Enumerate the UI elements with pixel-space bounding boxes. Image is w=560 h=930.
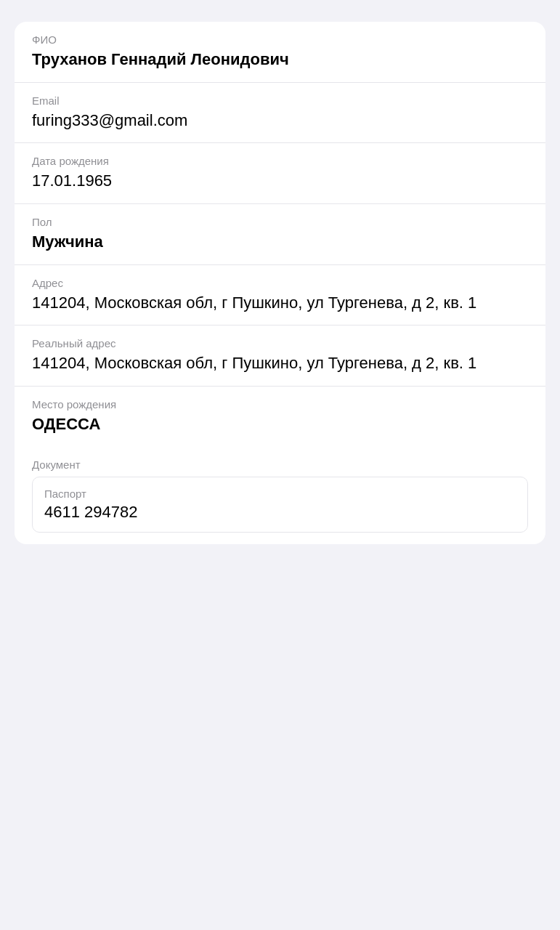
- document-label: Документ: [32, 458, 528, 471]
- birth-date-label: Дата рождения: [32, 155, 528, 167]
- full-name-label: ФИО: [32, 33, 528, 46]
- gender-field: ПолМужчина: [15, 204, 545, 265]
- passport-card: Паспорт 4611 294782: [32, 477, 528, 533]
- birth-place-value: ОДЕССА: [32, 413, 528, 435]
- real-address-value: 141204, Московская обл, г Пушкино, ул Ту…: [32, 352, 528, 374]
- full-name-field: ФИОТруханов Геннадий Леонидович: [15, 22, 545, 83]
- address-label: Адрес: [32, 277, 528, 289]
- address-field: Адрес141204, Московская обл, г Пушкино, …: [15, 265, 545, 326]
- gender-value: Мужчина: [32, 231, 528, 253]
- passport-value: 4611 294782: [44, 503, 516, 522]
- birth-date-field: Дата рождения17.01.1965: [15, 143, 545, 204]
- passport-label: Паспорт: [44, 488, 516, 500]
- full-name-value: Труханов Геннадий Леонидович: [32, 49, 528, 70]
- birth-place-field: Место рожденияОДЕССА: [15, 387, 545, 447]
- email-field: Emailfuring333@gmail.com: [15, 83, 545, 144]
- email-value: furing333@gmail.com: [32, 110, 528, 132]
- profile-card: ФИОТруханов Геннадий ЛеонидовичEmailfuri…: [15, 22, 545, 544]
- document-field: Документ Паспорт 4611 294782: [15, 447, 545, 544]
- address-value: 141204, Московская обл, г Пушкино, ул Ту…: [32, 292, 528, 314]
- real-address-label: Реальный адрес: [32, 337, 528, 349]
- birth-date-value: 17.01.1965: [32, 170, 528, 192]
- birth-place-label: Место рождения: [32, 398, 528, 411]
- email-label: Email: [32, 94, 528, 107]
- gender-label: Пол: [32, 216, 528, 228]
- real-address-field: Реальный адрес141204, Московская обл, г …: [15, 326, 545, 387]
